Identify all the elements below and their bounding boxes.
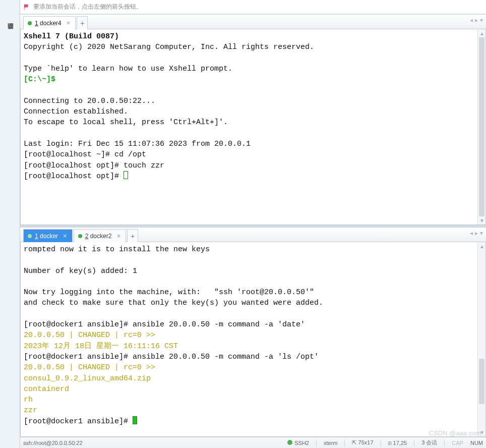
hint-bar: 要添加当前会话，点击左侧的箭头按钮。 <box>20 0 486 14</box>
tabs-menu-icon[interactable]: ▾ <box>480 17 483 24</box>
lock-icon <box>287 440 292 445</box>
status-cursor-pos: ⎚ 17,25 <box>388 440 407 446</box>
close-icon[interactable]: × <box>67 19 71 27</box>
cursor-icon <box>133 416 137 424</box>
chevron-up-icon[interactable]: ▴ <box>478 242 485 250</box>
status-capslock: CAP <box>452 440 463 446</box>
tab-docker[interactable]: 1 docker × <box>23 229 73 242</box>
session-active-icon <box>28 21 32 25</box>
scrollbar[interactable]: ▴ ▾ <box>477 242 485 436</box>
session-manager-sidebar[interactable]: 会话管理器 <box>0 0 20 448</box>
session-active-icon <box>78 234 82 238</box>
scroll-left-icon[interactable]: ◂ <box>470 230 473 237</box>
add-tab-button[interactable]: + <box>127 229 138 242</box>
scroll-right-icon[interactable]: ▸ <box>475 230 478 237</box>
hint-text: 要添加当前会话，点击左侧的箭头按钮。 <box>33 3 142 11</box>
tabbar-pane1: 1 docker4 × + ◂ ▸ ▾ <box>20 14 486 29</box>
scroll-thumb[interactable] <box>479 359 484 404</box>
add-tab-button[interactable]: + <box>77 16 88 29</box>
tabs-menu-icon[interactable]: ▾ <box>480 230 483 237</box>
chevron-up-icon[interactable]: ▴ <box>478 29 485 37</box>
scrollbar[interactable]: ▴ ▾ <box>477 29 485 225</box>
terminal-output: Xshell 7 (Build 0087) Copyright (c) 2020… <box>21 29 485 184</box>
terminal-pane-docker4[interactable]: Xshell 7 (Build 0087) Copyright (c) 2020… <box>20 29 486 225</box>
tabbar-pane2: 1 docker × 2 docker2 × + ◂ ▸ ▾ <box>20 227 486 242</box>
status-url: ssh://root@20.0.0.50:22 <box>23 440 83 446</box>
scroll-right-icon[interactable]: ▸ <box>475 17 478 24</box>
status-protocol: SSH2 <box>294 440 309 446</box>
tab-docker2[interactable]: 2 docker2 × <box>74 229 126 242</box>
session-active-icon <box>28 234 32 238</box>
status-termtype: xterm <box>324 440 338 446</box>
status-numlock: NUM <box>470 440 483 446</box>
cursor-icon <box>124 171 128 179</box>
watermark: CSDN @aaa.com <box>429 429 481 437</box>
scroll-left-icon[interactable]: ◂ <box>470 17 473 24</box>
chevron-down-icon[interactable]: ▾ <box>478 216 485 225</box>
terminal-pane-docker[interactable]: rompted now it is to install the new key… <box>20 242 486 437</box>
scroll-thumb[interactable] <box>479 37 484 216</box>
flag-icon <box>23 4 30 11</box>
tab-docker4[interactable]: 1 docker4 × <box>23 16 76 29</box>
terminal-output: rompted now it is to install the new key… <box>21 242 485 429</box>
close-icon[interactable]: × <box>116 232 120 240</box>
status-bar: ssh://root@20.0.0.50:22 SSH2 xterm ⇱ 75x… <box>20 437 486 448</box>
status-sessions: 3 会话 <box>421 439 437 446</box>
status-size: ⇱ 75x17 <box>352 439 373 446</box>
close-icon[interactable]: × <box>63 232 67 240</box>
